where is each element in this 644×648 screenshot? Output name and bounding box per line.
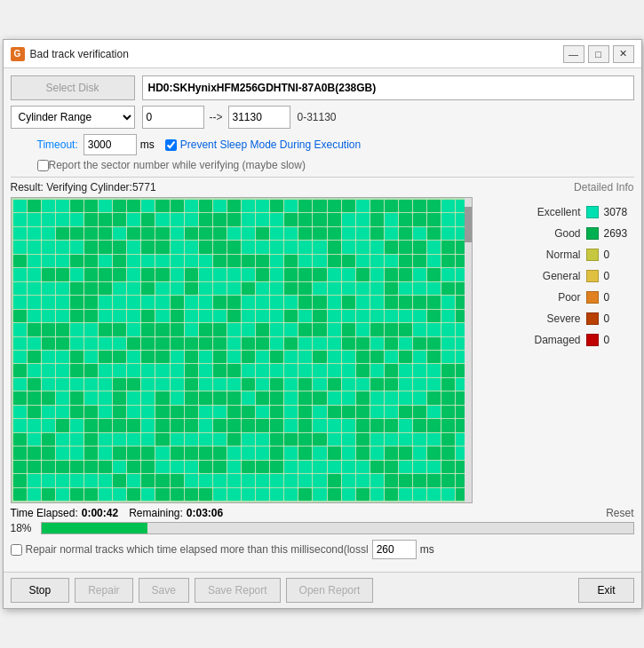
grid-cell (113, 255, 126, 267)
grid-cell (185, 364, 198, 376)
grid-cell (99, 474, 112, 486)
grid-cell (413, 213, 426, 225)
grid-cell (441, 364, 455, 376)
grid-cell (256, 364, 269, 376)
grid-cell (370, 391, 384, 404)
grid-cell (270, 227, 283, 240)
grid-cell (328, 323, 341, 336)
grid-cell (56, 337, 69, 350)
grid-cell (399, 378, 412, 391)
select-disk-button[interactable]: Select Disk (11, 75, 135, 100)
grid-cell (213, 213, 227, 225)
grid-cell (399, 213, 412, 225)
save-report-button[interactable]: Save Report (195, 578, 281, 603)
grid-cell (56, 213, 69, 225)
grid-cell (399, 255, 412, 267)
prevent-sleep-group: Prevent Sleep Mode During Execution (165, 138, 361, 151)
grid-cell (342, 227, 355, 240)
grid-cell (113, 406, 126, 418)
window-controls: — □ ✕ (563, 45, 634, 63)
grid-cell (199, 255, 212, 267)
disk-row: Select Disk HD0:SKHynixHFM256GDHTNI-87A0… (11, 75, 634, 100)
grid-cell (413, 419, 426, 431)
grid-cell (141, 296, 155, 308)
grid-cell (213, 282, 227, 295)
grid-cell (199, 419, 212, 431)
grid-cell (185, 406, 198, 418)
grid-cell (99, 296, 112, 308)
grid-cell (99, 351, 112, 363)
grid-cell (185, 213, 198, 225)
grid-cell (56, 227, 69, 240)
grid-cell (56, 419, 69, 431)
grid-cell (199, 406, 212, 418)
grid-cell (42, 351, 55, 363)
main-window: G Bad track verification — □ ✕ Select Di… (3, 39, 642, 609)
grid-cell (56, 461, 69, 473)
range-end-input[interactable] (228, 106, 290, 129)
grid-cell (213, 474, 227, 486)
grid-cell (84, 337, 98, 350)
grid-cell (256, 282, 269, 295)
stop-button[interactable]: Stop (11, 578, 70, 603)
grid-cell (99, 461, 112, 473)
exit-button[interactable]: Exit (578, 578, 633, 603)
grid-cell (356, 488, 370, 501)
grid-cell (256, 227, 269, 240)
grid-cell (171, 296, 184, 308)
grid-cell (113, 433, 126, 446)
grid-cell (28, 282, 41, 295)
grid-cell (28, 337, 41, 350)
grid-cell (141, 474, 155, 486)
grid-cell (13, 310, 27, 322)
grid-cell (413, 268, 426, 281)
grid-cell (242, 474, 255, 486)
prevent-sleep-checkbox[interactable] (165, 139, 177, 151)
open-report-button[interactable]: Open Report (286, 578, 374, 603)
minimize-button[interactable]: — (563, 45, 584, 63)
legend-name: Excellent (532, 206, 581, 218)
grid-cell (42, 364, 55, 376)
close-button[interactable]: ✕ (613, 45, 634, 63)
legend-name: Poor (532, 291, 581, 304)
grid-cell (171, 406, 184, 418)
save-button[interactable]: Save (139, 578, 189, 603)
grid-cell (227, 406, 241, 418)
grid-cell (127, 310, 140, 322)
grid-cell (413, 446, 426, 459)
grid-cell (298, 446, 312, 459)
grid-cell (199, 200, 212, 212)
grid-cell (127, 200, 140, 212)
timeout-input[interactable] (83, 134, 137, 155)
grid-cell (28, 268, 41, 281)
grid-cell (213, 241, 227, 253)
maximize-button[interactable]: □ (588, 45, 609, 63)
report-sector-checkbox[interactable] (37, 160, 49, 171)
grid-cell (99, 323, 112, 336)
grid-cell (42, 282, 55, 295)
reset-button[interactable]: Reset (606, 507, 633, 519)
range-start-input[interactable] (142, 106, 204, 129)
grid-cell (399, 323, 412, 336)
grid-cell (399, 282, 412, 295)
grid-cell (141, 200, 155, 212)
grid-cell (427, 255, 441, 267)
grid-cell (185, 461, 198, 473)
repair-button[interactable]: Repair (75, 578, 132, 603)
grid-cell (13, 268, 27, 281)
grid-cell (42, 310, 55, 322)
detailed-info-button[interactable]: Detailed Info (574, 181, 633, 194)
grid-cell (328, 241, 341, 253)
grid-cell (70, 419, 83, 431)
repair-checkbox[interactable] (11, 544, 22, 556)
grid-cell (270, 419, 283, 431)
scrollbar[interactable] (465, 198, 472, 502)
range-type-dropdown[interactable]: Cylinder Range (11, 106, 135, 129)
grid-cell (284, 213, 298, 225)
repair-ms-input[interactable] (372, 540, 417, 559)
grid-cell (70, 378, 83, 391)
legend-count: 3078 (604, 206, 631, 218)
grid-cell (370, 227, 384, 240)
scroll-thumb[interactable] (465, 207, 472, 242)
grid-cell (227, 255, 241, 267)
